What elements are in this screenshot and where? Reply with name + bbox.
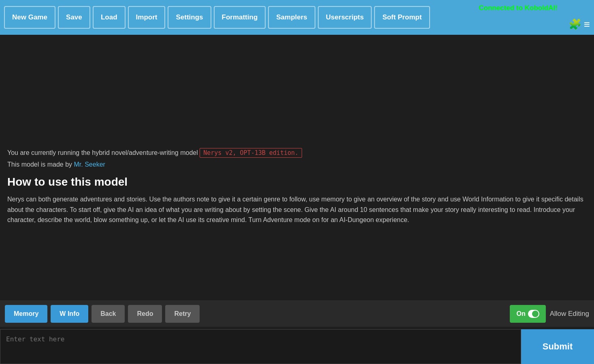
puzzle-icon[interactable]: 🧩 bbox=[568, 18, 581, 31]
model-credit-prefix: This model is made by bbox=[7, 161, 72, 168]
allow-editing-group: On Allow Editing bbox=[510, 305, 589, 323]
how-to-body: Nerys can both generate adventures and s… bbox=[7, 194, 587, 225]
toggle-slider bbox=[528, 310, 539, 318]
model-info: You are currently running the hybrid nov… bbox=[7, 148, 587, 158]
how-to-title: How to use this model bbox=[7, 176, 587, 188]
new-game-button[interactable]: New Game bbox=[4, 6, 55, 29]
toggle-knob bbox=[532, 311, 539, 317]
formatting-button[interactable]: Formatting bbox=[214, 6, 266, 29]
settings-button[interactable]: Settings bbox=[168, 6, 211, 29]
submit-button[interactable]: Submit bbox=[521, 329, 594, 364]
winfo-button[interactable]: W Info bbox=[51, 305, 88, 323]
allow-editing-toggle[interactable]: On bbox=[510, 305, 545, 323]
model-credit: This model is made by Mr. Seeker bbox=[7, 161, 587, 168]
soft-prompt-button[interactable]: Soft Prompt bbox=[374, 6, 430, 29]
allow-editing-label: Allow Editing bbox=[550, 310, 589, 318]
input-area: Submit bbox=[0, 327, 594, 364]
model-tag: Nerys v2, OPT-13B edition. bbox=[200, 148, 302, 158]
save-button[interactable]: Save bbox=[58, 6, 90, 29]
text-input[interactable] bbox=[0, 329, 521, 364]
samplers-button[interactable]: Samplers bbox=[268, 6, 315, 29]
userscripts-button[interactable]: Userscripts bbox=[318, 6, 372, 29]
main-content: You are currently running the hybrid nov… bbox=[0, 35, 594, 301]
toggle-label: On bbox=[516, 310, 525, 317]
signal-icon[interactable]: ≡ bbox=[584, 18, 590, 31]
import-button[interactable]: Import bbox=[128, 6, 166, 29]
connection-status: Connected to KoboldAI! bbox=[479, 4, 558, 12]
bottom-bar: Memory W Info Back Redo Retry On Allow E… bbox=[0, 301, 594, 327]
retry-button[interactable]: Retry bbox=[165, 305, 200, 323]
header-icons: 🧩 ≡ bbox=[568, 18, 590, 31]
memory-button[interactable]: Memory bbox=[5, 305, 47, 323]
nav-buttons: New GameSaveLoadImportSettingsFormatting… bbox=[4, 6, 430, 29]
header: New GameSaveLoadImportSettingsFormatting… bbox=[0, 0, 594, 35]
redo-button[interactable]: Redo bbox=[128, 305, 162, 323]
model-intro-text: You are currently running the hybrid nov… bbox=[7, 149, 198, 156]
load-button[interactable]: Load bbox=[93, 6, 126, 29]
model-credit-author[interactable]: Mr. Seeker bbox=[74, 161, 105, 168]
back-button[interactable]: Back bbox=[92, 305, 125, 323]
